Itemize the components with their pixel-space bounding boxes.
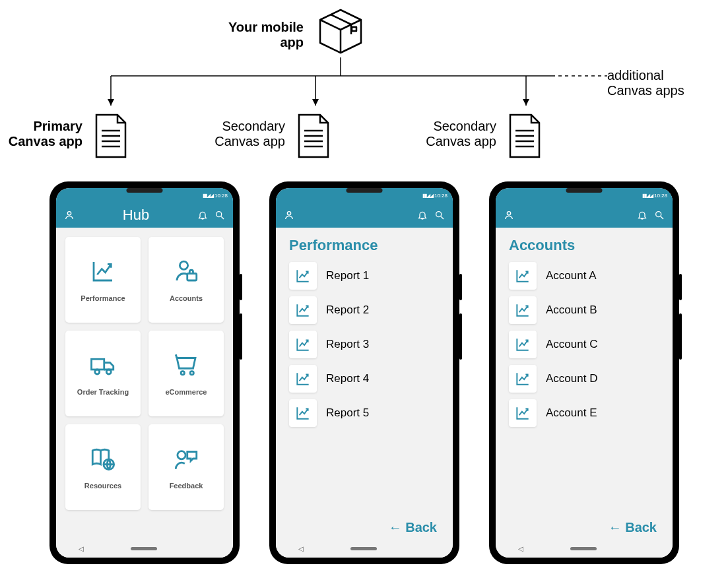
chart-icon [514, 302, 531, 319]
page-heading: Accounts [505, 237, 663, 254]
android-nav-bar: ◁ [56, 539, 233, 558]
list-label: Account C [546, 338, 597, 351]
list-item[interactable]: Report 4 [289, 365, 444, 393]
nav-back-icon[interactable]: ◁ [298, 545, 304, 552]
tile-label: Resources [84, 482, 121, 490]
speech-icon [172, 445, 200, 472]
cart-icon [172, 351, 200, 379]
list-item[interactable]: Report 5 [289, 399, 444, 427]
nav-home-icon[interactable] [350, 547, 377, 550]
secondary-app-label-2: Secondary Canvas app [414, 119, 496, 149]
hub-tile-resources[interactable]: Resources [65, 424, 141, 510]
search-icon[interactable] [654, 210, 665, 220]
hub-grid: Performance Accounts Order Tracking eCom… [65, 237, 224, 510]
search-icon[interactable] [215, 210, 225, 220]
list-label: Account E [546, 406, 597, 420]
nav-home-icon[interactable] [570, 547, 597, 550]
chart-icon [514, 370, 531, 387]
search-icon[interactable] [434, 210, 445, 220]
svg-point-20 [216, 212, 222, 217]
nav-back-icon[interactable]: ◁ [518, 545, 523, 552]
additional-apps-label: additional Canvas apps [607, 68, 684, 98]
list-item[interactable]: Account C [509, 331, 663, 358]
back-button[interactable]: ← Back [505, 515, 663, 535]
chart-icon [514, 404, 531, 422]
svg-point-28 [190, 372, 193, 375]
hub-tile-accounts[interactable]: Accounts [149, 237, 224, 323]
hub-tile-performance[interactable]: Performance [65, 237, 141, 323]
report-list: Report 1 Report 2 Report 3 Report 4 Repo… [285, 262, 444, 427]
list-item[interactable]: Account D [509, 365, 663, 393]
user-briefcase-icon [172, 257, 200, 285]
status-time: 10:28 [654, 193, 667, 199]
list-label: Report 2 [326, 304, 369, 317]
document-icon [506, 112, 543, 160]
back-button[interactable]: ← Back [285, 515, 444, 535]
chart-icon [294, 370, 312, 387]
svg-point-30 [178, 451, 185, 459]
list-item[interactable]: Account E [509, 399, 663, 427]
hub-tile-order-tracking[interactable]: Order Tracking [65, 331, 141, 416]
android-nav-bar: ◁ [496, 539, 673, 558]
secondary-app-label-1: Secondary Canvas app [203, 119, 285, 149]
svg-point-34 [507, 212, 510, 215]
signal-icon [203, 193, 213, 199]
bell-icon[interactable] [197, 210, 208, 220]
app-bar: . [496, 203, 673, 228]
chart-icon [294, 267, 312, 284]
list-item[interactable]: Account A [509, 262, 663, 290]
nav-back-icon[interactable]: ◁ [79, 545, 84, 552]
signal-icon [642, 193, 653, 199]
architecture-diagram: Your mobile app additio [0, 0, 728, 181]
bell-icon[interactable] [417, 210, 428, 220]
list-label: Account D [546, 372, 597, 385]
list-label: Account B [546, 304, 597, 317]
chart-icon [294, 336, 312, 353]
nav-home-icon[interactable] [131, 547, 157, 550]
document-icon [295, 112, 332, 160]
user-icon[interactable] [64, 210, 75, 220]
android-nav-bar: ◁ [276, 539, 453, 558]
svg-point-19 [67, 212, 71, 215]
document-icon [92, 112, 129, 160]
user-icon[interactable] [504, 210, 514, 220]
status-time: 10:28 [215, 193, 228, 199]
primary-app-label: Primary Canvas app [0, 119, 83, 149]
phone-primary-hub: 10:28 Hub Performance [50, 181, 240, 564]
svg-rect-23 [187, 274, 197, 281]
book-globe-icon [89, 445, 117, 472]
svg-point-22 [180, 261, 187, 269]
app-bar: Hub [56, 203, 233, 228]
list-label: Report 4 [326, 372, 369, 385]
chart-icon [514, 267, 531, 284]
truck-icon [89, 351, 117, 379]
svg-point-25 [95, 370, 100, 374]
phone-secondary-accounts: 10:28 . Accounts Account A Account B Acc… [489, 181, 679, 564]
status-bar: 10:28 [56, 188, 233, 203]
chart-icon [294, 302, 312, 319]
svg-line-36 [661, 216, 663, 219]
bell-icon[interactable] [637, 210, 647, 220]
svg-point-31 [287, 212, 290, 215]
list-item[interactable]: Account B [509, 296, 663, 324]
tile-label: eCommerce [166, 388, 207, 396]
hub-tile-feedback[interactable]: Feedback [149, 424, 224, 510]
phone-secondary-performance: 10:28 . Performance Report 1 Report 2 Re… [269, 181, 459, 564]
svg-point-32 [436, 212, 442, 217]
signal-icon [422, 193, 433, 199]
list-item[interactable]: Report 1 [289, 262, 444, 290]
list-item[interactable]: Report 3 [289, 331, 444, 358]
app-title: Hub [75, 207, 197, 224]
list-label: Report 5 [326, 406, 369, 420]
chart-icon [294, 404, 312, 422]
page-heading: Performance [285, 237, 444, 254]
status-bar: 10:28 [496, 188, 673, 203]
list-label: Account A [546, 269, 597, 282]
tile-label: Order Tracking [77, 388, 129, 396]
user-icon[interactable] [284, 210, 294, 220]
hub-tile-ecommerce[interactable]: eCommerce [149, 331, 224, 416]
list-item[interactable]: Report 2 [289, 296, 444, 324]
status-bar: 10:28 [276, 188, 453, 203]
chart-icon [89, 257, 117, 285]
svg-point-27 [181, 372, 184, 375]
